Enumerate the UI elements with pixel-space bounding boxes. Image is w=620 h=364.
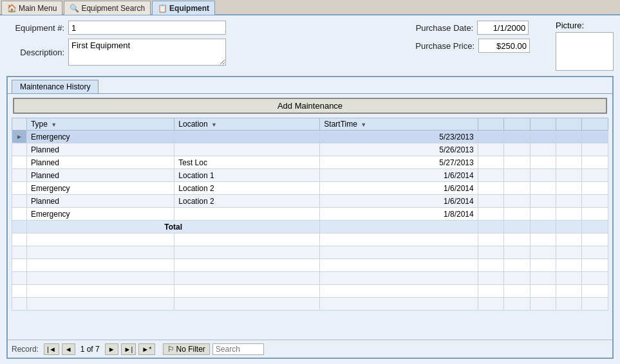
cell-type: Emergency — [26, 182, 174, 195]
cell-empty — [478, 182, 503, 195]
picture-box — [556, 32, 614, 71]
total-label: Total — [26, 221, 319, 233]
total-empty — [582, 221, 608, 233]
cell-starttime: 1/6/2014 — [320, 182, 478, 195]
cell-empty — [530, 208, 556, 221]
cell-empty — [504, 182, 530, 195]
purchase-date-row: Purchase Date: — [415, 21, 530, 35]
purchase-price-row: Purchase Price: — [415, 39, 530, 53]
empty-cell — [26, 233, 174, 246]
empty-cell — [26, 272, 174, 285]
empty-cell — [556, 246, 582, 259]
starttime-sort-icon: ▼ — [361, 122, 366, 128]
empty-cell — [530, 298, 556, 311]
purchase-price-input[interactable] — [478, 39, 530, 53]
nav-prev-button[interactable]: ◄ — [62, 343, 75, 355]
form-left: Equipment #: Description: First Equipmen… — [6, 21, 402, 71]
cell-starttime: 1/8/2014 — [320, 208, 478, 221]
empty-cell — [504, 233, 530, 246]
maintenance-history-tab[interactable]: Maintenance History — [12, 80, 99, 93]
empty-cell — [174, 272, 320, 285]
total-empty — [556, 221, 582, 233]
table-row[interactable]: EmergencyLocation 21/6/2014 — [12, 182, 608, 195]
empty-cell — [12, 285, 27, 298]
maintenance-grid[interactable]: Type ▼ Location ▼ StartTime ▼ — [12, 118, 608, 340]
cell-empty — [556, 169, 582, 182]
equipment-icon: 📋 — [158, 4, 167, 13]
cell-empty — [504, 169, 530, 182]
empty-row — [12, 272, 608, 285]
empty-cell — [174, 259, 320, 272]
table-row[interactable]: Emergency1/8/2014 — [12, 208, 608, 221]
cell-type: Planned — [26, 169, 174, 182]
empty-cell — [12, 233, 27, 246]
nav-last-button[interactable]: ►| — [121, 343, 136, 355]
cell-location: Location 1 — [174, 169, 320, 182]
cell-empty — [530, 169, 556, 182]
cell-location — [174, 143, 320, 156]
cell-empty — [556, 208, 582, 221]
row-selector — [12, 143, 27, 156]
row-selector: ► — [12, 131, 27, 143]
table-row[interactable]: PlannedLocation 11/6/2014 — [12, 169, 608, 182]
nav-next-button[interactable]: ► — [105, 343, 118, 355]
cell-empty — [582, 208, 608, 221]
cell-empty — [478, 131, 503, 143]
empty-cell — [174, 233, 320, 246]
nav-new-button[interactable]: ►* — [138, 343, 155, 355]
table-header: Type ▼ Location ▼ StartTime ▼ — [12, 118, 608, 131]
empty-cell — [12, 259, 27, 272]
starttime-header[interactable]: StartTime ▼ — [320, 118, 478, 131]
empty-cell — [530, 246, 556, 259]
cell-empty — [504, 156, 530, 169]
cell-starttime: 5/23/2013 — [320, 131, 478, 143]
form-right: Purchase Date: Purchase Price: — [415, 21, 530, 71]
tab-bar: 🏠 Main Menu 🔍 Equipment Search 📋 Equipme… — [0, 0, 620, 15]
empty-cell — [556, 285, 582, 298]
nav-first-button[interactable]: |◄ — [44, 343, 59, 355]
row-selector — [12, 156, 27, 169]
empty-cell — [504, 298, 530, 311]
empty-cell — [478, 298, 503, 311]
tab-main-menu[interactable]: 🏠 Main Menu — [1, 1, 62, 15]
col5-header — [504, 118, 530, 131]
cell-empty — [582, 143, 608, 156]
empty-cell — [26, 298, 174, 311]
cell-empty — [530, 156, 556, 169]
empty-cell — [530, 272, 556, 285]
type-header[interactable]: Type ▼ — [26, 118, 174, 131]
table-row[interactable]: PlannedTest Loc5/27/2013 — [12, 156, 608, 169]
total-selector — [12, 221, 27, 233]
form-far-right: Picture: — [556, 21, 614, 71]
table-body: ►Emergency5/23/2013Planned5/26/2013Plann… — [12, 131, 608, 311]
cell-empty — [556, 131, 582, 143]
location-sort-icon: ▼ — [211, 122, 217, 128]
empty-cell — [478, 272, 503, 285]
cell-location — [174, 208, 320, 221]
row-selector — [12, 195, 27, 208]
cell-empty — [504, 143, 530, 156]
cell-empty — [556, 156, 582, 169]
purchase-date-input[interactable] — [477, 21, 529, 35]
location-header[interactable]: Location ▼ — [174, 118, 320, 131]
row-selector — [12, 169, 27, 182]
tab-equipment[interactable]: 📋 Equipment — [152, 1, 215, 15]
cell-empty — [530, 195, 556, 208]
record-info: 1 of 7 — [80, 345, 100, 354]
no-filter-button[interactable]: ⚐ No Filter — [163, 343, 210, 355]
cell-empty — [478, 169, 503, 182]
cell-empty — [530, 182, 556, 195]
table-row[interactable]: ►Emergency5/23/2013 — [12, 131, 608, 143]
tab-equipment-search[interactable]: 🔍 Equipment Search — [64, 1, 151, 15]
add-maintenance-button[interactable]: Add Maintenance — [13, 98, 607, 114]
cell-location: Location 2 — [174, 195, 320, 208]
record-label: Record: — [12, 345, 39, 354]
description-input[interactable]: First Equipment — [68, 39, 226, 66]
equipment-num-input[interactable] — [68, 21, 226, 35]
search-input[interactable] — [212, 343, 264, 355]
empty-cell — [26, 246, 174, 259]
cell-empty — [478, 208, 503, 221]
table-row[interactable]: PlannedLocation 21/6/2014 — [12, 195, 608, 208]
cell-location: Test Loc — [174, 156, 320, 169]
table-row[interactable]: Planned5/26/2013 — [12, 143, 608, 156]
